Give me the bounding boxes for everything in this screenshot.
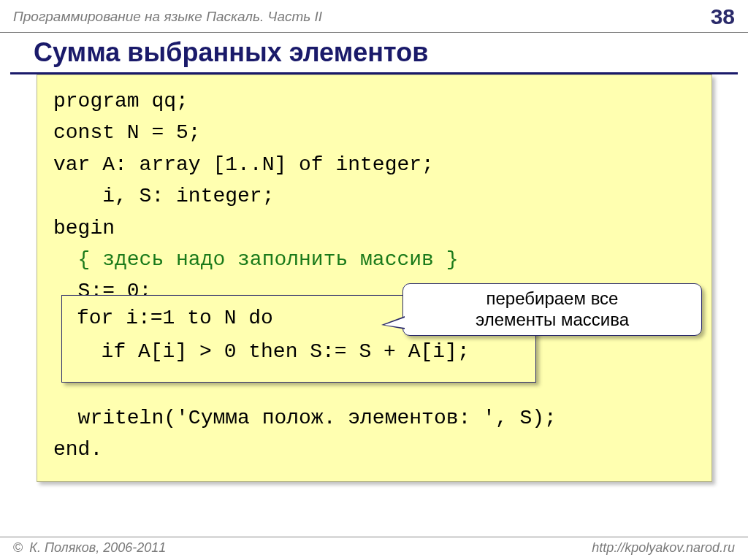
code-line: i, S: integer; (53, 185, 274, 207)
code-block: program qq; const N = 5; var A: array [1… (37, 74, 712, 482)
code-line: if A[i] > 0 then S:= S + A[i]; (77, 340, 470, 363)
header-title: Программирование на языке Паскаль. Часть… (13, 9, 322, 25)
callout-text: перебираем все элементы массива (476, 288, 629, 331)
code-line: end. (53, 438, 102, 461)
code-line: var A: array [1..N] of integer; (53, 153, 434, 176)
callout-tail (384, 318, 405, 328)
callout-annotation: перебираем все элементы массива (402, 283, 702, 336)
slide-title: Сумма выбранных элементов (10, 33, 738, 74)
code-line: const N = 5; (53, 121, 201, 144)
code-line: for i:=1 to N do (77, 307, 273, 329)
footer-copyright-text: К. Поляков, 2006-2011 (26, 540, 166, 555)
code-line: program qq; (53, 90, 188, 112)
page-number: 38 (711, 4, 735, 29)
code-line: writeln('Сумма полож. элементов: ', S); (53, 407, 557, 429)
copyright-symbol-icon: © (13, 540, 23, 555)
slide-header: Программирование на языке Паскаль. Часть… (0, 0, 748, 33)
code-comment: { здесь надо заполнить массив } (53, 248, 459, 271)
footer-url: http://kpolyakov.narod.ru (592, 540, 735, 556)
code-line: begin (53, 217, 115, 239)
footer-copyright: © К. Поляков, 2006-2011 (13, 540, 166, 556)
slide-footer: © К. Поляков, 2006-2011 http://kpolyakov… (0, 537, 748, 560)
